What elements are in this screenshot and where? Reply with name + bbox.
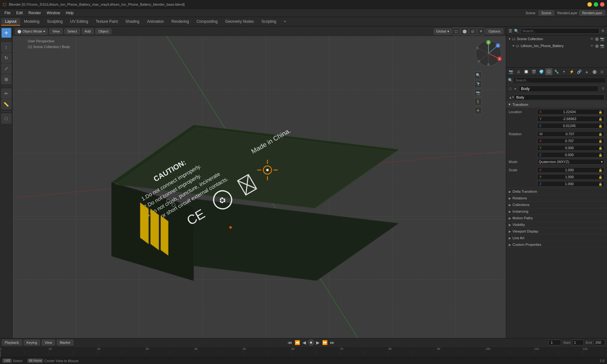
add-menu-btn[interactable]: Add <box>82 28 94 34</box>
outliner-battery-collection[interactable]: ▾ 🗂 Lithium_Ion_Phone_Battery 👁 ⬤ 📷 <box>506 42 607 49</box>
viewport[interactable]: ⬤ Object Mode ▾ View Select Add Object G… <box>13 27 506 338</box>
timeline-ruler[interactable]: 1 10 20 30 40 50 60 70 80 90 100 110 120 <box>0 347 607 357</box>
props-tab-shader[interactable]: ◎ <box>598 68 605 75</box>
location-z-field[interactable]: Z 0.01245 🔒 <box>537 123 604 129</box>
rotation-w-lock-icon[interactable]: 🔒 <box>598 132 602 136</box>
axis-gizmo[interactable]: Y X Z <box>474 39 503 68</box>
props-tab-render[interactable]: 📷 <box>507 68 514 75</box>
minimize-button[interactable] <box>587 2 592 7</box>
play-forward-btn[interactable]: ▶ <box>316 340 320 345</box>
viewport-shading-rendered[interactable]: ☀ <box>477 27 485 35</box>
cursor-tool[interactable]: ✛ <box>1 28 11 38</box>
rotation-z-field[interactable]: Z 0.000 🔒 <box>537 152 604 158</box>
global-dropdown[interactable]: Global ▾ <box>434 28 451 34</box>
object-data-name-field[interactable]: Body <box>514 94 604 100</box>
scale-tool[interactable]: ⤢ <box>1 64 11 74</box>
props-tab-view-layer[interactable]: 🔲 <box>523 68 530 75</box>
rotation-x-field[interactable]: X 0.707 🔒 <box>537 138 604 144</box>
relations-header[interactable]: ▶ Relations <box>506 195 607 201</box>
play-stop-btn[interactable]: ■ <box>308 339 314 346</box>
viewport-shading-material[interactable]: ◎ <box>469 27 476 35</box>
rotation-w-field[interactable]: W 0.707 🔒 <box>537 131 604 137</box>
tab-rendering[interactable]: Rendering <box>168 18 193 26</box>
start-frame-field[interactable]: 1 <box>572 340 584 345</box>
props-tab-object[interactable]: ⬡ <box>545 68 552 75</box>
annotate-tool[interactable]: ✏ <box>1 88 11 99</box>
view-menu-btn[interactable]: View <box>49 28 63 34</box>
tab-sculpting[interactable]: Sculpting <box>43 18 66 26</box>
visibility-header[interactable]: ▶ Visibility <box>506 221 607 228</box>
line-art-header[interactable]: ▶ Line Art <box>506 235 607 241</box>
viewport-shading-wireframe[interactable]: ◻ <box>452 27 460 35</box>
tab-modeling[interactable]: Modeling <box>20 18 43 26</box>
tab-uv-editing[interactable]: UV Editing <box>66 18 92 26</box>
object-menu-btn[interactable]: Object <box>95 28 111 34</box>
scale-y-field[interactable]: Y 1.000 🔒 <box>537 174 604 180</box>
tab-texture-paint[interactable]: Texture Paint <box>92 18 122 26</box>
zoom-in-btn[interactable]: 🔍 <box>474 71 482 79</box>
render-icon[interactable]: 📷 <box>600 37 604 41</box>
menu-window[interactable]: Window <box>44 10 63 16</box>
select-menu-btn[interactable]: Select <box>64 28 80 34</box>
instancing-header[interactable]: ▶ Instancing <box>506 208 607 215</box>
tab-compositing[interactable]: Compositing <box>193 18 222 26</box>
play-back-btn[interactable]: ◀ <box>302 340 307 345</box>
battery-eye-icon[interactable]: 👁 <box>590 44 594 48</box>
tab-geometry-nodes[interactable]: Geometry Nodes <box>221 18 258 26</box>
rotation-mode-dropdown[interactable]: Quaternion (WXYZ) ▾ <box>537 159 604 165</box>
marker-menu-btn[interactable]: Marker <box>57 340 73 345</box>
maximize-button[interactable] <box>594 2 598 7</box>
scale-x-field[interactable]: X 1.000 🔒 <box>537 167 604 173</box>
outliner-scene-collection[interactable]: ▾ 🗂 Scene Collection 👁 ⬤ 📷 <box>506 35 607 42</box>
scale-z-field[interactable]: Z 1.000 🔒 <box>537 181 604 187</box>
fake-user-btn[interactable]: F <box>602 87 604 91</box>
viewport-walk-btn[interactable]: 🚶 <box>474 98 482 106</box>
rotation-z-lock-icon[interactable]: 🔒 <box>598 153 602 157</box>
scale-y-lock-icon[interactable]: 🔒 <box>598 175 602 179</box>
close-button[interactable] <box>600 2 604 7</box>
scale-x-lock-icon[interactable]: 🔒 <box>598 168 602 172</box>
move-tool[interactable]: ↕ <box>1 42 11 52</box>
tab-animation[interactable]: Animation <box>143 18 168 26</box>
object-name-field[interactable]: Body <box>519 86 598 92</box>
rotation-y-field[interactable]: Y 0.000 🔒 <box>537 145 604 151</box>
keying-menu-btn[interactable]: Keying <box>24 340 40 345</box>
custom-properties-header[interactable]: ▶ Custom Properties <box>506 241 607 248</box>
eye-icon[interactable]: 👁 <box>590 37 594 41</box>
menu-edit[interactable]: Edit <box>14 10 25 16</box>
props-tab-constraints[interactable]: 🔗 <box>576 68 583 75</box>
rotation-y-lock-icon[interactable]: 🔒 <box>598 146 602 150</box>
props-tab-particles[interactable]: ✦ <box>561 68 567 75</box>
scale-z-lock-icon[interactable]: 🔒 <box>598 182 602 186</box>
scene-selector[interactable]: Scene <box>539 10 554 15</box>
tab-add[interactable]: + <box>280 18 290 26</box>
collections-header[interactable]: ▶ Collections <box>506 202 607 208</box>
jump-end-btn[interactable]: ⏭ <box>329 340 335 345</box>
battery-cursor-icon[interactable]: ⬤ <box>595 44 599 48</box>
delta-transform-header[interactable]: ▶ Delta Transform <box>506 188 607 195</box>
menu-render[interactable]: Render <box>26 10 43 16</box>
tab-layout[interactable]: Layout <box>1 18 20 26</box>
options-btn[interactable]: Options <box>486 28 503 34</box>
props-tab-output[interactable]: 🖨 <box>515 68 522 75</box>
step-back-btn[interactable]: ⏪ <box>294 340 301 345</box>
rotate-tool[interactable]: ↻ <box>1 53 11 63</box>
zoom-out-btn[interactable]: 🔭 <box>474 80 482 88</box>
add-cube-tool[interactable]: □ <box>1 113 11 124</box>
props-tab-material[interactable]: ⬤ <box>591 68 598 75</box>
transform-tool[interactable]: ⊞ <box>1 74 11 84</box>
end-frame-field[interactable]: 250 <box>594 340 605 345</box>
measure-tool[interactable]: 📏 <box>1 99 11 109</box>
location-z-lock-icon[interactable]: 🔒 <box>598 124 602 128</box>
tab-shading[interactable]: Shading <box>122 18 143 26</box>
location-x-lock-icon[interactable]: 🔒 <box>598 110 602 114</box>
viewport-fly-btn[interactable]: ✈ <box>474 107 482 114</box>
cursor-icon[interactable]: ⬤ <box>595 37 599 41</box>
step-forward-btn[interactable]: ⏩ <box>322 340 328 345</box>
battery-render-icon[interactable]: 📷 <box>600 44 604 48</box>
props-tab-data[interactable]: ▲ <box>583 68 590 75</box>
location-y-field[interactable]: Y -2.66963 🔒 <box>537 116 604 122</box>
location-y-lock-icon[interactable]: 🔒 <box>598 117 602 121</box>
camera-view-btn[interactable]: 📷 <box>474 89 482 97</box>
motion-paths-header[interactable]: ▶ Motion Paths <box>506 215 607 221</box>
